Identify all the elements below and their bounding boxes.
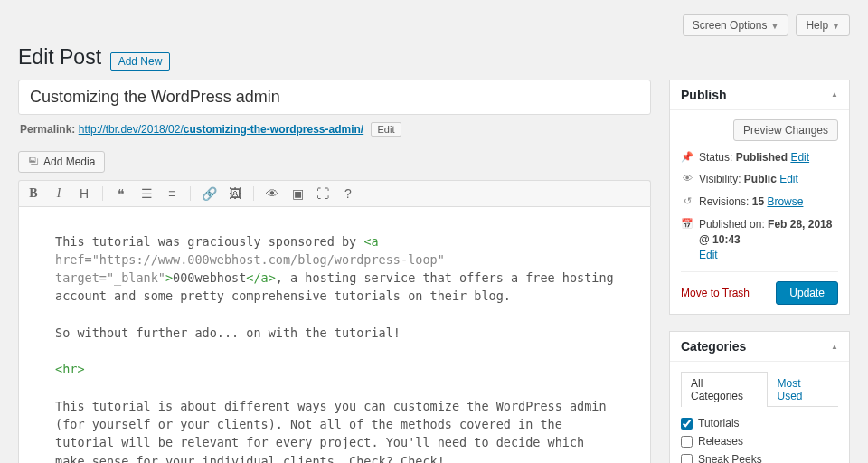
italic-button[interactable]: I — [52, 186, 66, 201]
link-button[interactable]: 🔗 — [202, 186, 217, 201]
collapse-icon[interactable]: ▲ — [831, 90, 838, 99]
fullscreen-button[interactable]: ⛶ — [316, 186, 330, 201]
bold-button[interactable]: B — [26, 186, 41, 201]
media-icon — [28, 156, 40, 167]
content-editor[interactable]: This tutorial was graciously sponsored b… — [18, 206, 651, 463]
category-item[interactable]: Sneak Peeks — [681, 450, 838, 463]
distraction-free-button[interactable]: ▣ — [290, 186, 305, 201]
help-icon-button[interactable]: ? — [341, 186, 355, 201]
category-item[interactable]: Releases — [681, 432, 838, 450]
add-new-button[interactable]: Add New — [110, 52, 171, 71]
chevron-down-icon: ▼ — [770, 22, 778, 31]
image-button[interactable]: 🖼 — [228, 186, 242, 201]
category-checkbox[interactable] — [681, 454, 693, 463]
editor-toolbar: B I H ❝ ☰ ≡ 🔗 🖼 👁 ▣ ⛶ ? — [18, 180, 651, 206]
browse-revisions-link[interactable]: Browse — [767, 195, 803, 208]
quote-button[interactable]: ❝ — [114, 186, 128, 201]
edit-status-link[interactable]: Edit — [790, 151, 809, 164]
edit-date-link[interactable]: Edit — [699, 249, 718, 261]
tab-all-categories[interactable]: All Categories — [681, 372, 768, 407]
eye-icon: 👁 — [681, 172, 693, 185]
category-checkbox[interactable] — [681, 418, 693, 430]
category-item[interactable]: Tutorials — [681, 414, 838, 432]
permalink-row: Permalink: http://tbr.dev/2018/02/custom… — [18, 115, 651, 144]
collapse-icon[interactable]: ▲ — [831, 343, 838, 351]
post-title-input[interactable] — [18, 80, 651, 115]
update-button[interactable]: Update — [776, 281, 838, 305]
number-list-button[interactable]: ≡ — [165, 186, 179, 201]
bullet-list-button[interactable]: ☰ — [139, 186, 154, 201]
preview-changes-button[interactable]: Preview Changes — [733, 119, 838, 141]
tab-most-used[interactable]: Most Used — [768, 372, 838, 407]
edit-visibility-link[interactable]: Edit — [779, 173, 798, 185]
heading-button[interactable]: H — [77, 186, 91, 201]
revisions-icon: ↺ — [681, 194, 693, 208]
chevron-down-icon: ▼ — [832, 22, 840, 31]
pin-icon: 📌 — [681, 150, 693, 164]
permalink-edit-button[interactable]: Edit — [371, 122, 402, 137]
help-button[interactable]: Help▼ — [796, 14, 850, 36]
screen-options-button[interactable]: Screen Options▼ — [683, 14, 789, 36]
permalink-link[interactable]: http://tbr.dev/2018/02/customizing-the-w… — [79, 123, 363, 136]
preview-button[interactable]: 👁 — [265, 186, 279, 201]
move-to-trash-link[interactable]: Move to Trash — [681, 287, 750, 299]
category-checkbox[interactable] — [681, 436, 693, 448]
calendar-icon: 📅 — [681, 217, 693, 231]
categories-box: Categories▲ All Categories Most Used Tut… — [669, 331, 850, 463]
page-title: Edit Post — [18, 45, 101, 70]
add-media-button[interactable]: Add Media — [18, 151, 105, 173]
publish-box: Publish▲ Preview Changes 📌Status: Publis… — [669, 80, 850, 316]
